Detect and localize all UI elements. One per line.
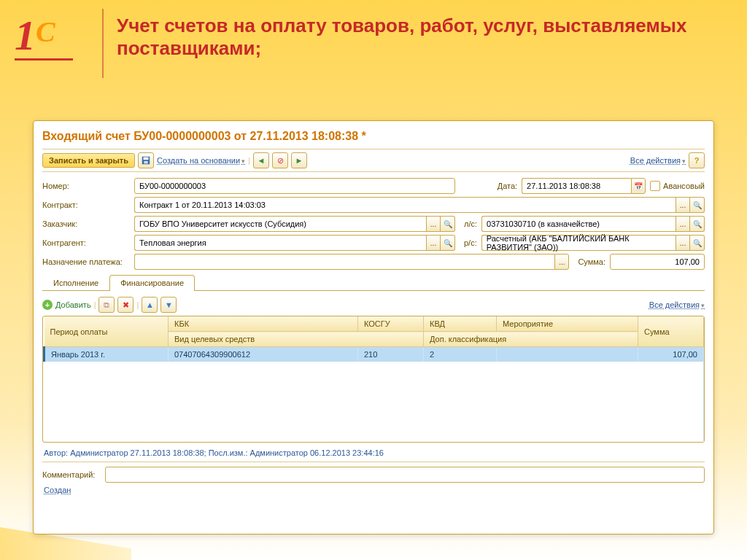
counterparty-field-group: Тепловая энергия ... 🔍: [134, 235, 455, 251]
add-row-button[interactable]: + Добавить: [42, 300, 91, 310]
status-line: Автор: Администратор 27.11.2013 18:08:38…: [42, 443, 705, 462]
select-button[interactable]: ...: [426, 216, 441, 232]
cell-kbk[interactable]: 07407064309900612: [169, 347, 358, 362]
customer-label: Заказчик:: [42, 219, 130, 228]
table-all-actions-dropdown[interactable]: Все действия: [649, 300, 705, 309]
ls-field[interactable]: 03731030710 (в казначействе): [481, 216, 676, 232]
open-button[interactable]: 🔍: [690, 216, 705, 232]
financing-table-wrap: Период оплаты КБК КОСГУ КВД Мероприятие …: [42, 316, 705, 443]
move-up-button[interactable]: ▲: [142, 297, 158, 313]
select-button[interactable]: ...: [554, 254, 569, 270]
disk-icon: [141, 155, 151, 166]
col-add-class[interactable]: Доп. классификация: [424, 332, 638, 347]
table-toolbar: + Добавить | ⧉ ✖ | ▲ ▼ Все действия: [42, 294, 705, 316]
svg-rect-1: [144, 158, 149, 160]
magnifier-icon: 🔍: [693, 201, 702, 209]
magnifier-icon: 🔍: [444, 239, 452, 247]
rs-field-group: Расчетный (АКБ "БАЛТИЙСКИЙ БАНК РАЗВИТИЯ…: [481, 235, 705, 251]
cell-sum[interactable]: 107,00: [638, 347, 704, 362]
all-actions-dropdown[interactable]: Все действия: [630, 156, 686, 165]
col-sum[interactable]: Сумма: [638, 316, 704, 347]
plus-icon: +: [42, 300, 53, 310]
select-button[interactable]: ...: [676, 235, 690, 251]
counterparty-label: Контрагент:: [42, 238, 130, 247]
copy-row-button[interactable]: ⧉: [98, 297, 115, 313]
nav-stop-button[interactable]: ⊘: [272, 152, 288, 168]
ls-label: л/с:: [464, 219, 477, 228]
comment-field[interactable]: [105, 467, 705, 483]
arrow-up-icon: ▲: [146, 300, 154, 309]
slide-title: Учет счетов на оплату товаров, работ, ус…: [117, 15, 718, 60]
col-kbk[interactable]: КБК: [169, 316, 358, 332]
stop-icon: ⊘: [277, 156, 284, 166]
open-button[interactable]: 🔍: [441, 235, 455, 251]
date-field-group: 27.11.2013 18:08:38 📅: [522, 178, 646, 194]
nav-next-button[interactable]: ►: [291, 152, 307, 168]
calendar-icon: 📅: [634, 182, 643, 190]
calendar-button[interactable]: 📅: [631, 178, 646, 194]
table-fill: [44, 362, 704, 442]
cell-kosgu[interactable]: 210: [358, 347, 424, 362]
table-row[interactable]: Январь 2013 г. 07407064309900612 210 2 1…: [44, 347, 704, 362]
comment-row: Комментарий:: [42, 467, 705, 483]
col-kosgu[interactable]: КОСГУ: [358, 316, 424, 332]
financing-table[interactable]: Период оплаты КБК КОСГУ КВД Мероприятие …: [43, 316, 704, 442]
rs-label: р/с:: [464, 238, 477, 247]
copy-icon: ⧉: [104, 300, 109, 310]
contract-field[interactable]: Контракт 1 от 20.11.2013 14:03:03: [134, 197, 676, 213]
form-area: Номер: БУ00-0000000003 Дата: 27.11.2013 …: [42, 178, 705, 270]
date-label: Дата:: [498, 182, 517, 190]
cross-icon: ✖: [123, 300, 129, 310]
cell-period[interactable]: Январь 2013 г.: [44, 347, 169, 362]
help-icon: ?: [694, 156, 700, 165]
checkbox-box: [650, 181, 660, 191]
delete-row-button[interactable]: ✖: [117, 297, 133, 313]
tab-execution[interactable]: Исполнение: [42, 275, 109, 291]
tab-financing[interactable]: Финансирование: [109, 275, 195, 291]
created-link[interactable]: Создан: [42, 483, 72, 497]
arrow-left-icon: ◄: [258, 156, 266, 165]
magnifier-icon: 🔍: [444, 220, 452, 228]
cell-event[interactable]: [497, 347, 638, 362]
magnifier-icon: 🔍: [693, 239, 702, 247]
advance-label: Авансовый: [663, 182, 705, 190]
cell-kvd[interactable]: 2: [424, 347, 497, 362]
arrow-down-icon: ▼: [165, 300, 173, 309]
col-period[interactable]: Период оплаты: [44, 316, 169, 347]
number-field[interactable]: БУ00-0000000003: [134, 178, 455, 194]
open-button[interactable]: 🔍: [690, 197, 705, 213]
open-button[interactable]: 🔍: [690, 235, 705, 251]
move-down-button[interactable]: ▼: [160, 297, 177, 313]
svg-rect-2: [144, 161, 147, 164]
save-close-button[interactable]: Записать и закрыть: [42, 153, 135, 168]
counterparty-field[interactable]: Тепловая энергия: [134, 235, 426, 251]
save-button[interactable]: [138, 152, 154, 168]
purpose-field[interactable]: [134, 254, 554, 270]
col-target-funds[interactable]: Вид целевых средств: [169, 332, 424, 347]
advance-checkbox[interactable]: Авансовый: [650, 181, 705, 191]
contract-field-group: Контракт 1 от 20.11.2013 14:03:03 ... 🔍: [134, 197, 705, 213]
sum-label: Сумма:: [578, 257, 605, 266]
comment-label: Комментарий:: [42, 470, 101, 479]
main-toolbar: Записать и закрыть Создать на основании …: [42, 149, 705, 172]
tabs: Исполнение Финансирование: [42, 274, 705, 291]
magnifier-icon: 🔍: [693, 220, 702, 228]
date-field[interactable]: 27.11.2013 18:08:38: [522, 178, 631, 194]
select-button[interactable]: ...: [676, 216, 690, 232]
create-based-dropdown[interactable]: Создать на основании: [157, 156, 245, 165]
col-event[interactable]: Мероприятие: [497, 316, 638, 332]
select-button[interactable]: ...: [676, 197, 690, 213]
purpose-label: Назначение платежа:: [42, 257, 130, 266]
sum-field[interactable]: 107,00: [610, 254, 705, 270]
contract-label: Контракт:: [42, 201, 130, 209]
col-kvd[interactable]: КВД: [424, 316, 497, 332]
help-button[interactable]: ?: [689, 152, 705, 168]
document-window: Входящий счет БУ00-0000000003 от 27.11.2…: [33, 120, 714, 534]
rs-field[interactable]: Расчетный (АКБ "БАЛТИЙСКИЙ БАНК РАЗВИТИЯ…: [481, 235, 676, 251]
customer-field-group: ГОБУ ВПО Университет искусств (Субсидия)…: [134, 216, 455, 232]
nav-prev-button[interactable]: ◄: [253, 152, 269, 168]
select-button[interactable]: ...: [426, 235, 441, 251]
customer-field[interactable]: ГОБУ ВПО Университет искусств (Субсидия): [134, 216, 426, 232]
open-button[interactable]: 🔍: [441, 216, 455, 232]
arrow-right-icon: ►: [295, 156, 303, 165]
